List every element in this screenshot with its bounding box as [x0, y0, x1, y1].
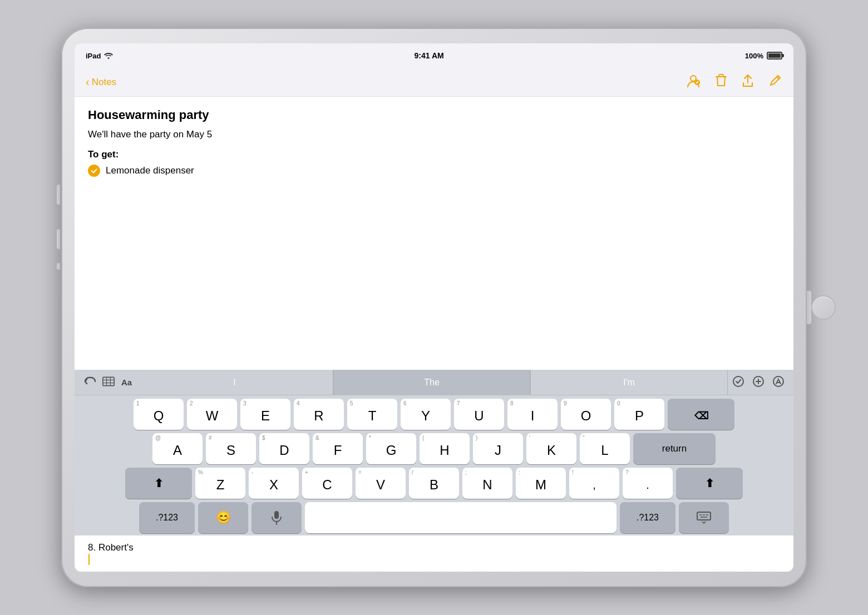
key-B[interactable]: / B	[409, 468, 459, 499]
note-bottom-text: 8. Robert's	[88, 542, 780, 553]
volume-down-button[interactable]	[57, 229, 60, 249]
autocomplete-right-icons	[728, 375, 789, 390]
checkbox-checked[interactable]	[88, 165, 100, 177]
format-aa-button[interactable]: Aa	[121, 378, 132, 387]
key-row-2: @ A # S $ D & F	[77, 433, 791, 464]
power-button[interactable]	[807, 291, 811, 324]
plus-circle-icon[interactable]	[752, 375, 765, 390]
key-C[interactable]: + C	[302, 468, 352, 499]
key-Y[interactable]: 6 Y	[401, 399, 451, 430]
key-O[interactable]: 9 O	[561, 399, 611, 430]
key-row-bottom: .?123 😊	[77, 502, 791, 533]
ipad-frame: iPad 9:41 AM 100% ‹ Notes	[61, 28, 807, 587]
key-question[interactable]: ? .	[623, 468, 673, 499]
key-L[interactable]: " L	[580, 433, 630, 464]
space-key[interactable]	[305, 502, 617, 533]
device-label: iPad	[86, 52, 101, 60]
note-body: We'll have the party on May 5	[88, 129, 780, 140]
suggestion-Im[interactable]: I'm	[530, 370, 728, 395]
key-V[interactable]: = V	[356, 468, 406, 499]
status-right: 100%	[745, 52, 782, 60]
num-label-right: .?123	[637, 513, 659, 523]
key-E[interactable]: 3 E	[240, 399, 290, 430]
checkmark-icon[interactable]	[732, 376, 744, 389]
autocomplete-bar: Aa I The I'm	[75, 370, 793, 395]
num-key-left[interactable]: .?123	[139, 502, 195, 533]
key-W[interactable]: 2 W	[187, 399, 237, 430]
return-key[interactable]: return	[633, 433, 716, 464]
keyboard-rows: 1 Q 2 W 3 E 4 R	[75, 395, 793, 535]
key-Q[interactable]: 1 Q	[134, 399, 184, 430]
note-bottom[interactable]: 8. Robert's	[75, 535, 793, 572]
svg-rect-13	[697, 512, 711, 520]
backspace-key[interactable]: ⌫	[668, 399, 734, 430]
volume-up-button[interactable]	[57, 185, 60, 205]
back-button[interactable]: ‹ Notes	[86, 76, 116, 88]
status-bar: iPad 9:41 AM 100%	[75, 43, 793, 68]
shift-left-key[interactable]: ⬆	[125, 468, 192, 499]
keyboard-tools: Aa	[79, 376, 136, 389]
mic-key[interactable]	[251, 502, 302, 533]
key-D[interactable]: $ D	[259, 433, 309, 464]
nav-actions	[685, 73, 782, 92]
svg-point-8	[733, 376, 743, 386]
key-J[interactable]: ) J	[473, 433, 523, 464]
key-U[interactable]: 7 U	[454, 399, 504, 430]
key-Z[interactable]: % Z	[195, 468, 245, 499]
keyboard-area: Aa I The I'm	[75, 370, 793, 535]
key-row-3: ⬆ % Z - X + C =	[77, 468, 791, 499]
suggestion-The[interactable]: The	[333, 370, 531, 395]
wifi-icon	[104, 52, 113, 59]
table-icon[interactable]	[102, 376, 115, 389]
key-N[interactable]: ; N	[462, 468, 512, 499]
status-left: iPad	[86, 52, 113, 60]
num-key-right[interactable]: .?123	[620, 502, 675, 533]
key-X[interactable]: - X	[249, 468, 299, 499]
key-M[interactable]: : M	[516, 468, 566, 499]
trash-icon[interactable]	[714, 73, 728, 92]
return-label: return	[662, 443, 687, 454]
svg-rect-11	[274, 511, 279, 519]
dismiss-keyboard-icon	[697, 512, 711, 524]
share-icon[interactable]	[741, 73, 754, 92]
key-I[interactable]: 8 I	[507, 399, 558, 430]
checklist-item: Lemonade dispenser	[88, 165, 780, 177]
note-content-top[interactable]: Housewarming party We'll have the party …	[75, 97, 793, 370]
format-circle-icon[interactable]	[772, 375, 785, 390]
microphone-icon	[271, 510, 282, 525]
undo-icon[interactable]	[83, 376, 96, 389]
back-label: Notes	[92, 77, 116, 88]
battery-fill	[768, 53, 781, 58]
key-exclaim[interactable]: ! ,	[569, 468, 619, 499]
mute-button[interactable]	[57, 263, 60, 270]
autocomplete-suggestions: I The I'm	[136, 370, 728, 395]
key-K[interactable]: ' K	[526, 433, 576, 464]
note-title: Housewarming party	[88, 108, 780, 122]
compose-icon[interactable]	[768, 73, 782, 91]
svg-rect-3	[103, 377, 114, 385]
text-cursor-line	[88, 553, 780, 565]
key-F[interactable]: & F	[313, 433, 363, 464]
note-section-label: To get:	[88, 149, 780, 160]
cursor	[88, 554, 90, 565]
ipad-screen: iPad 9:41 AM 100% ‹ Notes	[75, 43, 793, 572]
key-R[interactable]: 4 R	[294, 399, 344, 430]
key-G[interactable]: * G	[366, 433, 416, 464]
home-button[interactable]	[811, 295, 836, 320]
num-label-left: .?123	[156, 513, 178, 523]
key-row-1: 1 Q 2 W 3 E 4 R	[77, 399, 791, 430]
suggestion-I[interactable]: I	[136, 370, 333, 395]
checklist-item-text: Lemonade dispenser	[106, 165, 194, 176]
key-T[interactable]: 5 T	[347, 399, 397, 430]
key-H[interactable]: ( H	[420, 433, 470, 464]
back-chevron-icon: ‹	[86, 76, 90, 88]
key-A[interactable]: @ A	[152, 433, 203, 464]
svg-point-10	[773, 376, 783, 386]
emoji-key[interactable]: 😊	[198, 502, 248, 533]
key-S[interactable]: # S	[206, 433, 256, 464]
battery-icon	[767, 52, 782, 59]
dismiss-keyboard-key[interactable]	[679, 502, 729, 533]
shift-right-key[interactable]: ⬆	[676, 468, 743, 499]
contact-icon[interactable]	[685, 73, 701, 92]
key-P[interactable]: 0 P	[614, 399, 664, 430]
